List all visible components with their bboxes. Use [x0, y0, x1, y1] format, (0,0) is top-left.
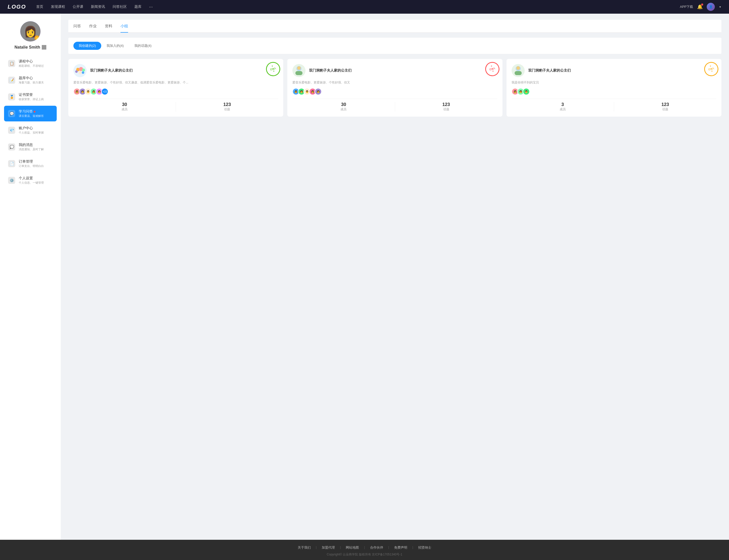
nav-qa[interactable]: 问答社区 [113, 5, 127, 9]
member-avatar: 👨 [523, 88, 530, 95]
account-text: 账户中心 个人权益、实时掌握 [19, 126, 44, 135]
course-center-title: 课程中心 [19, 59, 44, 64]
svg-rect-9 [45, 48, 45, 49]
nav-discover[interactable]: 发现课程 [51, 5, 65, 9]
user-dropdown-icon[interactable]: ▼ [719, 6, 721, 8]
app-download-button[interactable]: APP下载 [680, 5, 693, 9]
tab-materials[interactable]: 资料 [105, 20, 112, 33]
message-sub: 消息通知、及时了解 [19, 147, 44, 151]
settings-icon: ⚙️ [8, 177, 15, 184]
sidebar-item-qa[interactable]: 💬 学习问答 课后重温、疑难解答 [4, 106, 57, 121]
stat-topics-value-2: 123 [614, 102, 716, 107]
header: LOGO 首页 发现课程 公开课 新闻资讯 问答社区 题库 ··· APP下载 … [0, 0, 729, 14]
main-nav: 首页 发现课程 公开课 新闻资讯 问答社区 题库 ··· [36, 4, 680, 10]
group-title-1: 双门洞豹子夫人家的公主们 [309, 68, 497, 73]
stat-members-0: 30 成员 [73, 102, 176, 112]
stat-members-value-0: 30 [73, 102, 176, 107]
group-desc-0: 爱音乐爱电影、更爱旅游、个性好强、但又谦虚、低调爱音乐爱电影、更爱旅游、个... [73, 80, 278, 85]
order-text: 订单管理 订单支出、明明白白 [19, 159, 44, 168]
member-more: +15 [101, 88, 108, 95]
nav-more[interactable]: ··· [149, 4, 153, 10]
question-bank-title: 题库中心 [19, 76, 44, 80]
sidebar-item-question-bank[interactable]: 📝 题库中心 海量习题、助力通关 [4, 72, 57, 88]
group-desc-2: 我是你得不到的宝贝 [512, 80, 716, 85]
sidebar-item-certificate[interactable]: 🏅 证书荣誉 收获荣誉、持证上岗 [4, 89, 57, 105]
footer-partner[interactable]: 合作伙伴 [370, 545, 383, 550]
username-text: Natalie Smith [14, 45, 40, 50]
settings-text: 个人设置 个人信息、一键管理 [19, 176, 44, 185]
footer-jobs[interactable]: 招贤纳士 [418, 545, 431, 550]
nav-open-course[interactable]: 公开课 [73, 5, 83, 9]
settings-sub: 个人信息、一键管理 [19, 181, 44, 185]
vip-badge: ⭐ [34, 35, 39, 40]
username-row: Natalie Smith [14, 45, 46, 50]
stat-topics-value-1: 123 [395, 102, 497, 107]
svg-point-14 [75, 70, 78, 73]
qr-code-button[interactable] [42, 45, 46, 50]
notification-bell[interactable]: 🔔 [697, 4, 703, 10]
group-avatar-2 [512, 64, 525, 77]
qa-badge [34, 111, 35, 113]
avatar-icon: 👤 [709, 5, 713, 9]
group-members-1: 👩 🧑 👨 👩 🧑 [292, 88, 497, 95]
stat-topics-2: 123 话题 [614, 102, 716, 112]
header-right: APP下载 🔔 👤 ▼ [680, 3, 721, 11]
qa-text: 学习问答 课后重温、疑难解答 [19, 109, 44, 118]
svg-rect-1 [43, 46, 43, 47]
message-icon: 💭 [8, 143, 15, 150]
footer-about[interactable]: 关于我们 [298, 545, 311, 550]
user-avatar-sidebar[interactable]: 👩 ⭐ [20, 21, 40, 41]
sidebar-item-account[interactable]: 💎 账户中心 个人权益、实时掌握 [4, 122, 57, 138]
sub-tab-created[interactable]: 我创建的(2) [73, 42, 101, 50]
group-stats-1: 30 成员 123 话题 [292, 99, 497, 112]
sidebar-item-course-center[interactable]: 📋 课程中心 精彩课程、不容错过 [4, 56, 57, 71]
footer-franchise[interactable]: 加盟代理 [322, 545, 335, 550]
sidebar-menu: 📋 课程中心 精彩课程、不容错过 📝 题库中心 海量习题、助力通关 🏅 证书荣誉… [0, 56, 61, 189]
nav-news[interactable]: 新闻资讯 [91, 5, 105, 9]
group-stats-2: 3 成员 123 话题 [512, 99, 716, 112]
nav-home[interactable]: 首页 [36, 5, 43, 9]
tab-homework[interactable]: 作业 [89, 20, 97, 33]
group-title-2: 双门洞豹子夫人家的公主们 [528, 68, 716, 73]
svg-point-13 [82, 69, 85, 72]
course-center-icon: 📋 [8, 60, 15, 67]
sidebar-item-order[interactable]: 📄 订单管理 订单支出、明明白白 [4, 156, 57, 171]
nav-question-bank[interactable]: 题库 [134, 5, 141, 9]
sidebar-item-message[interactable]: 💭 我的消息 消息通知、及时了解 [4, 139, 57, 155]
stat-members-2: 3 成员 [512, 102, 614, 112]
sub-tab-joined[interactable]: 我加入的(4) [101, 42, 129, 50]
main-layout: 👩 ⭐ Natalie Smith [0, 14, 729, 540]
svg-rect-5 [43, 48, 43, 49]
user-avatar-header[interactable]: 👤 [707, 3, 715, 11]
stat-members-1: 30 成员 [292, 102, 395, 112]
footer: 关于我们 | 加盟代理 | 网站地图 | 合作伙伴 | 免费声明 | 招贤纳士 … [0, 540, 729, 560]
group-avatar-0 [73, 64, 87, 77]
group-title-0: 双门洞豹子夫人家的公主们 [90, 68, 278, 73]
group-card-0[interactable]: 双门洞豹子夫人家的公主们 ✦已加入✦ 爱音乐爱电影、更爱旅游、个性好强、但又谦虚… [68, 59, 283, 117]
group-avatar-1 [292, 64, 305, 77]
certificate-text: 证书荣誉 收获荣誉、持证上岗 [19, 93, 44, 101]
sub-tab-topics[interactable]: 我的话题(4) [129, 42, 157, 50]
svg-rect-3 [45, 46, 45, 47]
group-card-1[interactable]: 双门洞豹子夫人家的公主们 ✦已加入✦ 爱音乐爱电影、更爱旅游、个性好强、但又 👩… [287, 59, 502, 117]
tab-qa[interactable]: 问答 [73, 20, 81, 33]
stat-topics-1: 123 话题 [395, 102, 497, 112]
footer-disclaimer[interactable]: 免费声明 [394, 545, 407, 550]
group-header-0: 双门洞豹子夫人家的公主们 ✦已加入✦ [73, 64, 278, 77]
svg-rect-23 [515, 71, 522, 75]
notification-dot [701, 4, 703, 6]
qa-title: 学习问答 [19, 109, 44, 114]
stat-members-value-1: 30 [292, 102, 395, 107]
svg-point-24 [516, 66, 520, 70]
stat-members-label-2: 成员 [512, 107, 614, 112]
svg-rect-7 [45, 48, 45, 48]
footer-links: 关于我们 | 加盟代理 | 网站地图 | 合作伙伴 | 免费声明 | 招贤纳士 [0, 545, 729, 550]
qa-sub: 课后重温、疑难解答 [19, 114, 44, 118]
account-icon: 💎 [8, 127, 15, 134]
group-members-2: 👩 🧑 👨 [512, 88, 716, 95]
message-title: 我的消息 [19, 143, 44, 147]
sidebar-item-settings[interactable]: ⚙️ 个人设置 个人信息、一键管理 [4, 173, 57, 188]
footer-sitemap[interactable]: 网站地图 [346, 545, 359, 550]
tab-groups[interactable]: 小组 [120, 20, 128, 33]
group-card-2[interactable]: 双门洞豹子夫人家的公主们 ✦已加入✦ 我是你得不到的宝贝 👩 🧑 👨 3 成员 [507, 59, 721, 117]
